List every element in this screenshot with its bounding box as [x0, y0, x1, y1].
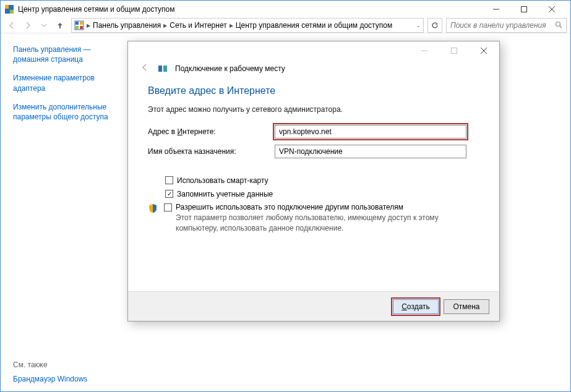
breadcrumb-item[interactable]: Центр управления сетями и общим доступом [236, 21, 393, 30]
dialog-header: Подключение к рабочему месту [128, 62, 499, 82]
remember-credentials-checkbox-row: Запомнить учетные данные [165, 189, 479, 199]
close-button[interactable] [538, 1, 565, 18]
svg-rect-1 [5, 5, 9, 9]
svg-point-12 [556, 22, 560, 26]
allow-other-users-description: Этот параметр позволяет любому пользоват… [176, 213, 479, 232]
svg-line-13 [560, 26, 562, 28]
workplace-icon [158, 64, 168, 74]
internet-address-label: Адрес в Интернете: [148, 127, 275, 136]
destination-name-input[interactable] [275, 145, 466, 158]
dialog-subtitle: Этот адрес можно получить у сетевого адм… [148, 105, 479, 114]
maximize-button[interactable] [510, 1, 538, 18]
dialog-title: Введите адрес в Интернете [148, 85, 479, 96]
refresh-button[interactable] [427, 18, 442, 33]
nav-recent-button[interactable] [36, 18, 51, 33]
svg-rect-10 [75, 26, 79, 29]
see-also-label: См. также [13, 360, 124, 369]
dialog-minimize-button [413, 44, 436, 58]
address-bar[interactable]: ▶ Панель управления▶ Сеть и Интернет▶ Це… [71, 18, 424, 33]
dialog-maximize-button [442, 44, 466, 58]
svg-rect-19 [163, 66, 167, 72]
sidebar-link-home[interactable]: Панель управления — домашняя страница [13, 45, 124, 64]
dialog-footer: Создать Отмена [128, 291, 499, 321]
svg-rect-11 [80, 26, 83, 29]
destination-name-label: Имя объекта назначения: [148, 147, 275, 156]
window-titlebar: Центр управления сетями и общим доступом [1, 1, 570, 18]
allow-other-users-checkbox[interactable] [164, 203, 172, 211]
cancel-button[interactable]: Отмена [444, 299, 489, 314]
remember-credentials-label: Запомнить учетные данные [177, 189, 273, 199]
shield-icon [148, 203, 158, 213]
dialog-titlebar [128, 41, 499, 62]
nav-up-button[interactable] [53, 18, 67, 33]
smartcard-label: Использовать смарт-карту [177, 176, 268, 185]
create-button[interactable]: Создать [393, 299, 439, 314]
destination-name-row: Имя объекта назначения: [148, 145, 479, 158]
chevron-down-icon[interactable]: ⌄ [416, 23, 421, 28]
svg-rect-15 [452, 48, 457, 54]
sidebar-link-sharing-settings[interactable]: Изменить дополнительные параметры общего… [13, 102, 124, 122]
dialog-close-button[interactable] [472, 44, 496, 58]
window-title: Центр управления сетями и общим доступом [18, 5, 482, 14]
breadcrumb-item[interactable]: Панель управления▶ [93, 21, 167, 30]
search-icon [555, 21, 562, 30]
smartcard-checkbox[interactable] [165, 176, 173, 184]
search-input[interactable] [450, 21, 551, 30]
svg-rect-2 [10, 10, 14, 14]
smartcard-checkbox-row: Использовать смарт-карту [165, 176, 479, 185]
toolbar: ▶ Панель управления▶ Сеть и Интернет▶ Це… [1, 18, 570, 33]
nav-back-button[interactable] [4, 18, 19, 33]
breadcrumb-item[interactable]: Сеть и Интернет▶ [170, 21, 233, 30]
dialog-header-text: Подключение к рабочему месту [175, 64, 285, 73]
connect-workplace-dialog: Подключение к рабочему месту Введите адр… [127, 41, 500, 322]
nav-forward-button[interactable] [20, 18, 35, 33]
internet-address-row: Адрес в Интернете: [148, 125, 479, 138]
chevron-right-icon: ▶ [87, 23, 90, 28]
search-box[interactable] [446, 18, 567, 33]
allow-other-users-label: Разрешить использовать это подключение д… [176, 203, 403, 211]
svg-rect-4 [521, 7, 526, 12]
sidebar-link-adapter-settings[interactable]: Изменение параметров адаптера [13, 73, 124, 93]
svg-rect-9 [80, 22, 83, 25]
sidebar-link-firewall[interactable]: Брандмауэр Windows [13, 374, 124, 384]
sidebar: Панель управления — домашняя страница Из… [1, 33, 124, 392]
allow-other-users-row: Разрешить использовать это подключение д… [148, 203, 479, 232]
network-center-icon [74, 20, 84, 30]
svg-rect-8 [75, 22, 79, 25]
remember-credentials-checkbox[interactable] [165, 190, 173, 198]
svg-rect-18 [158, 66, 162, 72]
internet-address-input[interactable] [275, 125, 466, 138]
minimize-button[interactable] [482, 1, 510, 18]
dialog-back-button[interactable] [139, 62, 150, 75]
control-panel-icon [4, 4, 14, 14]
